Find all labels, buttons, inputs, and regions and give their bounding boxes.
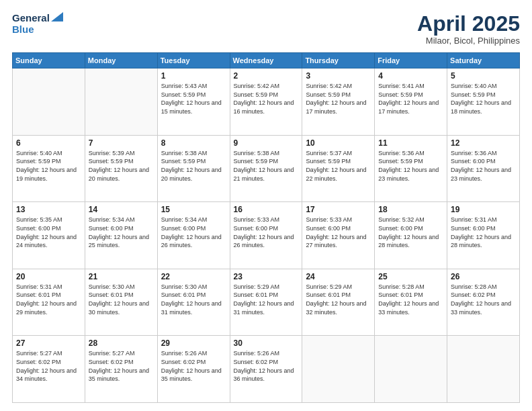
location: Milaor, Bicol, Philippines bbox=[417, 36, 520, 46]
day-info: Sunrise: 5:30 AM Sunset: 6:01 PM Dayligh… bbox=[161, 283, 226, 316]
day-number: 17 bbox=[306, 205, 371, 214]
calendar-day-cell: 30Sunrise: 5:26 AM Sunset: 6:02 PM Dayli… bbox=[230, 336, 302, 403]
weekday-header: Tuesday bbox=[157, 53, 230, 68]
calendar-day-cell: 3Sunrise: 5:42 AM Sunset: 5:59 PM Daylig… bbox=[302, 68, 375, 136]
day-number: 3 bbox=[306, 71, 371, 81]
day-info: Sunrise: 5:31 AM Sunset: 6:01 PM Dayligh… bbox=[16, 283, 81, 316]
day-info: Sunrise: 5:42 AM Sunset: 5:59 PM Dayligh… bbox=[306, 82, 371, 116]
day-info: Sunrise: 5:36 AM Sunset: 5:59 PM Dayligh… bbox=[378, 149, 443, 183]
day-number: 9 bbox=[234, 138, 299, 148]
day-number: 8 bbox=[161, 138, 226, 148]
day-number: 18 bbox=[378, 205, 443, 214]
day-number: 1 bbox=[161, 71, 226, 81]
calendar-day-cell: 11Sunrise: 5:36 AM Sunset: 5:59 PM Dayli… bbox=[375, 135, 447, 202]
logo: General Blue bbox=[12, 12, 63, 36]
day-number: 2 bbox=[234, 71, 299, 81]
day-info: Sunrise: 5:43 AM Sunset: 5:59 PM Dayligh… bbox=[161, 82, 226, 116]
day-info: Sunrise: 5:26 AM Sunset: 6:02 PM Dayligh… bbox=[234, 349, 299, 383]
day-number: 6 bbox=[16, 138, 81, 148]
day-number: 21 bbox=[89, 272, 154, 281]
day-info: Sunrise: 5:27 AM Sunset: 6:02 PM Dayligh… bbox=[89, 349, 154, 383]
day-info: Sunrise: 5:37 AM Sunset: 5:59 PM Dayligh… bbox=[306, 149, 371, 183]
calendar-day-cell: 22Sunrise: 5:30 AM Sunset: 6:01 PM Dayli… bbox=[157, 269, 230, 336]
day-number: 27 bbox=[16, 338, 81, 348]
day-info: Sunrise: 5:38 AM Sunset: 5:59 PM Dayligh… bbox=[234, 149, 299, 183]
calendar-week-row: 1Sunrise: 5:43 AM Sunset: 5:59 PM Daylig… bbox=[13, 68, 520, 136]
day-info: Sunrise: 5:38 AM Sunset: 5:59 PM Dayligh… bbox=[161, 149, 226, 183]
day-number: 28 bbox=[89, 338, 154, 348]
calendar-day-cell: 21Sunrise: 5:30 AM Sunset: 6:01 PM Dayli… bbox=[85, 269, 157, 336]
calendar-day-cell bbox=[13, 68, 85, 136]
day-number: 29 bbox=[161, 338, 226, 348]
calendar-day-cell: 27Sunrise: 5:27 AM Sunset: 6:02 PM Dayli… bbox=[13, 336, 85, 403]
day-number: 25 bbox=[378, 272, 443, 281]
weekday-header: Sunday bbox=[13, 53, 85, 68]
calendar-day-cell: 14Sunrise: 5:34 AM Sunset: 6:00 PM Dayli… bbox=[85, 202, 157, 269]
calendar-day-cell: 6Sunrise: 5:40 AM Sunset: 5:59 PM Daylig… bbox=[13, 135, 85, 202]
calendar-day-cell: 2Sunrise: 5:42 AM Sunset: 5:59 PM Daylig… bbox=[230, 68, 302, 136]
weekday-header: Monday bbox=[85, 53, 157, 68]
calendar-table: SundayMondayTuesdayWednesdayThursdayFrid… bbox=[12, 52, 520, 403]
weekday-header: Saturday bbox=[447, 53, 520, 68]
calendar-day-cell bbox=[447, 336, 520, 403]
day-info: Sunrise: 5:29 AM Sunset: 6:01 PM Dayligh… bbox=[306, 283, 371, 316]
calendar-day-cell: 17Sunrise: 5:33 AM Sunset: 6:00 PM Dayli… bbox=[302, 202, 375, 269]
day-info: Sunrise: 5:40 AM Sunset: 5:59 PM Dayligh… bbox=[451, 82, 516, 116]
day-number: 14 bbox=[89, 205, 154, 214]
calendar-day-cell: 7Sunrise: 5:39 AM Sunset: 5:59 PM Daylig… bbox=[85, 135, 157, 202]
calendar-day-cell: 24Sunrise: 5:29 AM Sunset: 6:01 PM Dayli… bbox=[302, 269, 375, 336]
day-info: Sunrise: 5:34 AM Sunset: 6:00 PM Dayligh… bbox=[89, 216, 154, 249]
calendar-day-cell: 16Sunrise: 5:33 AM Sunset: 6:00 PM Dayli… bbox=[230, 202, 302, 269]
day-number: 26 bbox=[451, 272, 516, 281]
title-block: April 2025 Milaor, Bicol, Philippines bbox=[417, 12, 520, 46]
calendar-day-cell: 28Sunrise: 5:27 AM Sunset: 6:02 PM Dayli… bbox=[85, 336, 157, 403]
calendar-day-cell: 25Sunrise: 5:28 AM Sunset: 6:01 PM Dayli… bbox=[375, 269, 447, 336]
day-number: 12 bbox=[451, 138, 516, 148]
calendar-day-cell: 29Sunrise: 5:26 AM Sunset: 6:02 PM Dayli… bbox=[157, 336, 230, 403]
day-info: Sunrise: 5:41 AM Sunset: 5:59 PM Dayligh… bbox=[378, 82, 443, 116]
calendar-week-row: 13Sunrise: 5:35 AM Sunset: 6:00 PM Dayli… bbox=[13, 202, 520, 269]
calendar-day-cell: 15Sunrise: 5:34 AM Sunset: 6:00 PM Dayli… bbox=[157, 202, 230, 269]
calendar-day-cell: 8Sunrise: 5:38 AM Sunset: 5:59 PM Daylig… bbox=[157, 135, 230, 202]
calendar-day-cell: 13Sunrise: 5:35 AM Sunset: 6:00 PM Dayli… bbox=[13, 202, 85, 269]
day-number: 11 bbox=[378, 138, 443, 148]
calendar-day-cell bbox=[85, 68, 157, 136]
day-info: Sunrise: 5:33 AM Sunset: 6:00 PM Dayligh… bbox=[306, 216, 371, 249]
day-info: Sunrise: 5:33 AM Sunset: 6:00 PM Dayligh… bbox=[234, 216, 299, 249]
day-info: Sunrise: 5:28 AM Sunset: 6:01 PM Dayligh… bbox=[378, 283, 443, 316]
calendar-day-cell: 23Sunrise: 5:29 AM Sunset: 6:01 PM Dayli… bbox=[230, 269, 302, 336]
calendar-day-cell: 4Sunrise: 5:41 AM Sunset: 5:59 PM Daylig… bbox=[375, 68, 447, 136]
day-info: Sunrise: 5:39 AM Sunset: 5:59 PM Dayligh… bbox=[89, 149, 154, 183]
calendar-week-row: 27Sunrise: 5:27 AM Sunset: 6:02 PM Dayli… bbox=[13, 336, 520, 403]
day-info: Sunrise: 5:42 AM Sunset: 5:59 PM Dayligh… bbox=[234, 82, 299, 116]
day-number: 7 bbox=[89, 138, 154, 148]
day-info: Sunrise: 5:31 AM Sunset: 6:00 PM Dayligh… bbox=[451, 216, 516, 249]
page: General Blue April 2025 Milaor, Bicol, P… bbox=[0, 0, 532, 411]
day-number: 16 bbox=[234, 205, 299, 214]
calendar-day-cell: 5Sunrise: 5:40 AM Sunset: 5:59 PM Daylig… bbox=[447, 68, 520, 136]
calendar-header-row: SundayMondayTuesdayWednesdayThursdayFrid… bbox=[13, 53, 520, 68]
day-number: 15 bbox=[161, 205, 226, 214]
day-number: 10 bbox=[306, 138, 371, 148]
calendar-day-cell: 19Sunrise: 5:31 AM Sunset: 6:00 PM Dayli… bbox=[447, 202, 520, 269]
day-number: 30 bbox=[234, 338, 299, 348]
month-title: April 2025 bbox=[417, 12, 520, 36]
day-info: Sunrise: 5:35 AM Sunset: 6:00 PM Dayligh… bbox=[16, 216, 81, 249]
day-number: 5 bbox=[451, 71, 516, 81]
day-info: Sunrise: 5:27 AM Sunset: 6:02 PM Dayligh… bbox=[16, 349, 81, 383]
calendar-day-cell: 20Sunrise: 5:31 AM Sunset: 6:01 PM Dayli… bbox=[13, 269, 85, 336]
day-info: Sunrise: 5:30 AM Sunset: 6:01 PM Dayligh… bbox=[89, 283, 154, 316]
calendar-day-cell bbox=[302, 336, 375, 403]
day-number: 24 bbox=[306, 272, 371, 281]
calendar-day-cell: 9Sunrise: 5:38 AM Sunset: 5:59 PM Daylig… bbox=[230, 135, 302, 202]
calendar-day-cell: 18Sunrise: 5:32 AM Sunset: 6:00 PM Dayli… bbox=[375, 202, 447, 269]
day-number: 23 bbox=[234, 272, 299, 281]
header: General Blue April 2025 Milaor, Bicol, P… bbox=[12, 12, 520, 46]
calendar-day-cell: 12Sunrise: 5:36 AM Sunset: 6:00 PM Dayli… bbox=[447, 135, 520, 202]
day-info: Sunrise: 5:40 AM Sunset: 5:59 PM Dayligh… bbox=[16, 149, 81, 183]
weekday-header: Wednesday bbox=[230, 53, 302, 68]
calendar-day-cell bbox=[375, 336, 447, 403]
day-info: Sunrise: 5:34 AM Sunset: 6:00 PM Dayligh… bbox=[161, 216, 226, 249]
day-info: Sunrise: 5:36 AM Sunset: 6:00 PM Dayligh… bbox=[451, 149, 516, 183]
svg-marker-0 bbox=[51, 12, 63, 21]
